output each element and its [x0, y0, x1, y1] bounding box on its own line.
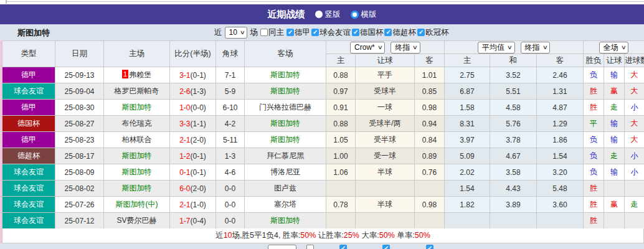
avg-draw-odds: 4.67	[490, 148, 537, 164]
same-home-label: 同主	[268, 27, 284, 38]
handicap-away-odds: 0.84	[415, 132, 445, 148]
handicap-home-odds	[326, 213, 356, 229]
handicap-result-cell-value: 赢	[610, 87, 618, 95]
checkbox-icon[interactable]	[306, 245, 314, 249]
handicap-result-cell: 输	[604, 164, 625, 181]
scope-select[interactable]: 全场 ∨	[599, 42, 629, 54]
fulltime-score: 2-1	[179, 136, 190, 144]
away-team-name[interactable]: 斯图加特	[270, 135, 300, 144]
away-cell: 斯图加特	[245, 83, 326, 100]
average-stage-value: 终指	[525, 43, 540, 52]
away-team-name[interactable]: 斯图加特	[270, 119, 300, 128]
avg-home-odds: 1.54	[445, 181, 490, 197]
handicap-result-cell	[604, 213, 625, 229]
date-cell: 25-08-09	[55, 164, 104, 181]
average-select[interactable]: 平均值 ∨	[478, 42, 515, 54]
view-option-label: 竖版	[325, 9, 341, 20]
divider	[6, 0, 7, 4]
table-row: 德甲25-08-23柏林联合2-1(2-0)5-11斯图加特1.05受半球0.8…	[2, 132, 644, 148]
result-cell-value: 胜	[590, 200, 597, 209]
checkbox-icon[interactable]	[382, 245, 390, 249]
home-team-name[interactable]: 格罗巴斯帕奇	[115, 87, 159, 95]
handicap-result-cell-value: 走	[610, 151, 618, 160]
home-team-name[interactable]: SV费尔巴赫	[116, 216, 156, 225]
filter-league[interactable]: 德甲	[286, 27, 310, 38]
home-cell: SV费尔巴赫	[104, 213, 170, 229]
home-cell: 格罗巴斯帕奇	[104, 83, 170, 100]
filter-league[interactable]: 德国杯	[352, 27, 384, 38]
home-team-name[interactable]: 斯图加特	[122, 184, 152, 192]
away-team-name[interactable]: 斯图加特	[270, 216, 300, 225]
checkbox-checked-icon[interactable]	[311, 29, 319, 36]
footer-stat-segment: 50%	[300, 231, 316, 240]
away-team-name[interactable]: 拜仁慕尼黑	[267, 151, 304, 160]
handicap-line	[356, 181, 415, 197]
bookmaker-stage-value: 终指	[395, 43, 410, 52]
handicap-line: 受半球	[356, 132, 415, 148]
home-team-name[interactable]: 斯图加特(中)	[116, 200, 158, 209]
footer-stat-segment: 近	[215, 231, 224, 240]
chevron-down-icon: ∨	[412, 43, 418, 52]
result-cell-value: 胜	[590, 216, 597, 225]
results-group-header: 全场 ∨	[584, 41, 644, 54]
away-team-name[interactable]: 图卢兹	[274, 184, 296, 192]
home-team-name[interactable]: 布伦瑞克	[122, 119, 152, 128]
radio-icon[interactable]	[315, 11, 323, 18]
filter-league-label: 德甲	[295, 27, 310, 38]
view-option-horizontal[interactable]: 横版	[351, 9, 377, 20]
handicap-home-odds	[326, 181, 356, 197]
checkbox-checked-icon[interactable]	[352, 29, 359, 36]
away-team-name[interactable]: 斯图加特	[270, 87, 300, 95]
checkbox-checked-icon[interactable]	[417, 29, 425, 36]
checkbox-icon[interactable]	[339, 245, 347, 249]
handicap-result-cell: 赢	[604, 83, 625, 100]
checkbox-icon[interactable]	[260, 29, 268, 36]
radio-selected-icon[interactable]	[351, 11, 359, 19]
filter-same-home[interactable]: 同主	[260, 27, 284, 38]
table-row: 球会友谊25-07-26斯图加特(中)2-1(1-0)0-0塞尔塔0.78半球0…	[2, 197, 644, 213]
goals-result-cell: 小	[625, 164, 644, 181]
checkbox-checked-icon[interactable]	[384, 29, 392, 36]
handicap-line: 受球半	[356, 83, 415, 100]
avg-draw-odds: 3.58	[490, 164, 537, 181]
filter-league[interactable]: 德超杯	[384, 27, 416, 38]
corner-cell: 6-10	[216, 100, 245, 116]
chevron-down-icon: ∨	[542, 43, 547, 52]
home-team-name[interactable]: 弗赖堡	[129, 70, 151, 79]
date-cell: 25-08-30	[55, 100, 104, 116]
bookmaker-select[interactable]: Crow* ∨	[350, 42, 385, 54]
away-team-name[interactable]: 博洛尼亚	[270, 167, 300, 176]
bookmaker-stage-select[interactable]: 终指 ∨	[391, 42, 420, 54]
cutoff-select[interactable]	[268, 245, 296, 249]
checkbox-checked-icon[interactable]	[286, 29, 294, 36]
handicap-line: 半球	[356, 197, 415, 213]
handicap-result-cell: 输	[604, 116, 625, 132]
corner-cell: 4-2	[216, 116, 245, 132]
score-cell: 3-3(1-1)	[170, 116, 216, 132]
away-team-name[interactable]: 门兴格拉德巴赫	[259, 103, 311, 111]
handicap-away-odds: 0.85	[415, 83, 445, 100]
match-count-select[interactable]: 10 ∨	[225, 27, 248, 39]
home-team-name[interactable]: 斯图加特	[122, 151, 152, 160]
view-option-vertical[interactable]: 竖版	[315, 9, 341, 20]
footer-stat-segment: 让胜率:	[316, 231, 343, 240]
fulltime-score: 2-6	[179, 87, 190, 96]
checkbox-icon[interactable]	[426, 245, 433, 249]
filter-league[interactable]: 球会友谊	[311, 27, 351, 38]
league-cell: 德国杯	[2, 116, 55, 132]
away-team-name[interactable]: 塞尔塔	[274, 200, 296, 209]
handicap-result-cell-value: 输	[610, 70, 618, 79]
home-rank-badge: 1	[122, 70, 128, 78]
average-stage-select[interactable]: 终指 ∨	[521, 42, 551, 54]
home-team-name[interactable]: 斯图加特	[122, 103, 152, 111]
sub-header-handicap-line: 让球	[356, 54, 415, 67]
avg-home-odds: 3.97	[445, 132, 490, 148]
away-team-name[interactable]: 斯图加特	[270, 70, 300, 79]
corner-cell: 7-1	[216, 67, 245, 83]
filter-league[interactable]: 欧冠杯	[417, 27, 449, 38]
home-team-name[interactable]: 柏林联合	[122, 135, 152, 144]
home-team-name[interactable]: 斯图加特	[122, 167, 152, 176]
filter-league-label: 德国杯	[360, 27, 384, 38]
table-row: 球会友谊25-09-04格罗巴斯帕奇2-6(1-3)5-9斯图加特0.97受球半…	[2, 83, 644, 100]
league-cell: 球会友谊	[2, 213, 55, 229]
